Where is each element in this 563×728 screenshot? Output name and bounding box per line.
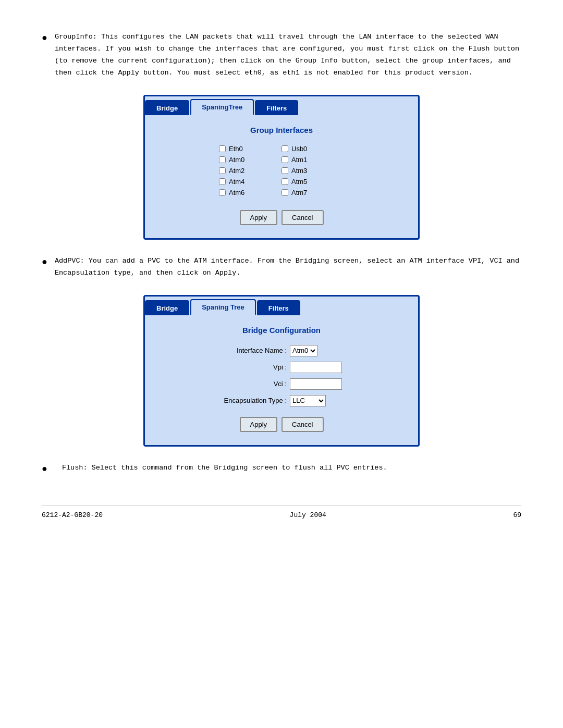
panel1-apply-button[interactable]: Apply (240, 210, 278, 225)
bullet-text-3: Flush: Select this command from the Brid… (62, 462, 521, 474)
interface-label-usb0: Usb0 (282, 145, 344, 153)
panel1-wrapper: Bridge SpaningTree Filters Group Interfa… (42, 95, 521, 240)
interface-row-2: Atm2 Atm3 (219, 167, 344, 175)
interface-name-select[interactable]: Atm0 Atm1 Atm2 (290, 345, 317, 356)
panel1-body: Group Interfaces Eth0 Usb0 (145, 115, 418, 238)
panel1-button-row: Apply Cancel (161, 210, 402, 225)
tab-spanning-tree-2[interactable]: Spaning Tree (190, 299, 256, 315)
form-row-encap: Encapsulation Type : LLC VCMUX (203, 395, 360, 406)
bullet-section-3: ● Flush: Select this command from the Br… (42, 462, 521, 474)
checkbox-atm0[interactable] (219, 156, 226, 163)
footer-left: 6212-A2-GB20-20 (42, 511, 103, 519)
tab-filters-2[interactable]: Filters (257, 300, 300, 315)
interface-label-atm1: Atm1 (282, 156, 344, 164)
panel2: Bridge Spaning Tree Filters Bridge Confi… (143, 295, 420, 447)
vpi-input[interactable] (290, 362, 342, 373)
interface-label-atm0: Atm0 (219, 156, 282, 164)
panel2-cancel-button[interactable]: Cancel (282, 417, 323, 432)
interface-row-0: Eth0 Usb0 (219, 145, 344, 153)
bullet-section-2: ● AddPVC: You can add a PVC to the ATM i… (42, 255, 521, 279)
interface-label-atm2: Atm2 (219, 167, 282, 175)
bullet-section-1: ● GroupInfo: This configures the LAN pac… (42, 31, 521, 79)
panel2-button-row: Apply Cancel (161, 417, 402, 432)
interface-label-atm6: Atm6 (219, 189, 282, 196)
bullet-icon-1: ● (42, 32, 47, 43)
footer-center: July 2004 (290, 511, 326, 519)
panel2-wrapper: Bridge Spaning Tree Filters Bridge Confi… (42, 295, 521, 447)
vpi-label: Vpi : (203, 363, 287, 371)
panel2-tab-bar: Bridge Spaning Tree Filters (145, 297, 418, 315)
group-interfaces-grid: Eth0 Usb0 Atm0 Atm1 (161, 145, 402, 200)
interface-label-atm7: Atm7 (282, 189, 344, 196)
checkbox-atm2[interactable] (219, 167, 226, 174)
form-row-interface: Interface Name : Atm0 Atm1 Atm2 (203, 345, 360, 356)
panel1-tab-bar: Bridge SpaningTree Filters (145, 96, 418, 115)
interface-label-atm4: Atm4 (219, 178, 282, 186)
checkbox-atm7[interactable] (282, 189, 288, 196)
checkbox-atm1[interactable] (282, 156, 288, 163)
panel2-apply-button[interactable]: Apply (240, 417, 278, 432)
vci-label: Vci : (203, 380, 287, 388)
interface-row-4: Atm6 Atm7 (219, 189, 344, 196)
bullet-icon-2: ● (42, 256, 47, 267)
tab-bridge-1[interactable]: Bridge (145, 100, 189, 115)
panel1: Bridge SpaningTree Filters Group Interfa… (143, 95, 420, 240)
panel1-title: Group Interfaces (161, 126, 402, 134)
interface-label-atm3: Atm3 (282, 167, 344, 175)
encap-type-select[interactable]: LLC VCMUX (290, 395, 326, 406)
interface-row-1: Atm0 Atm1 (219, 156, 344, 164)
checkbox-atm3[interactable] (282, 167, 288, 174)
checkbox-atm5[interactable] (282, 178, 288, 185)
interface-name-label: Interface Name : (203, 347, 287, 354)
interface-row-3: Atm4 Atm5 (219, 178, 344, 186)
checkbox-atm6[interactable] (219, 189, 226, 196)
interface-label-atm5: Atm5 (282, 178, 344, 186)
tab-filters-1[interactable]: Filters (255, 100, 298, 115)
checkbox-eth0[interactable] (219, 145, 226, 152)
vci-input[interactable] (290, 378, 342, 390)
bullet-text-1: GroupInfo: This configures the LAN packe… (55, 31, 521, 79)
checkbox-atm4[interactable] (219, 178, 226, 185)
panel2-body: Bridge Configuration Interface Name : At… (145, 315, 418, 445)
bridge-config-form: Interface Name : Atm0 Atm1 Atm2 Vpi : Vc… (161, 345, 402, 412)
bullet-icon-3: ● (42, 463, 47, 474)
form-row-vci: Vci : (203, 378, 360, 390)
checkbox-usb0[interactable] (282, 145, 288, 152)
form-row-vpi: Vpi : (203, 362, 360, 373)
panel1-cancel-button[interactable]: Cancel (282, 210, 323, 225)
tab-bridge-2[interactable]: Bridge (145, 300, 189, 315)
footer: 6212-A2-GB20-20 July 2004 69 (42, 505, 521, 519)
panel2-title: Bridge Configuration (161, 326, 402, 335)
bullet-text-2: AddPVC: You can add a PVC to the ATM int… (55, 255, 521, 279)
interface-label-eth0: Eth0 (219, 145, 282, 153)
encap-label: Encapsulation Type : (203, 397, 287, 404)
tab-spanning-tree-1[interactable]: SpaningTree (190, 99, 254, 115)
footer-right: 69 (513, 511, 521, 519)
